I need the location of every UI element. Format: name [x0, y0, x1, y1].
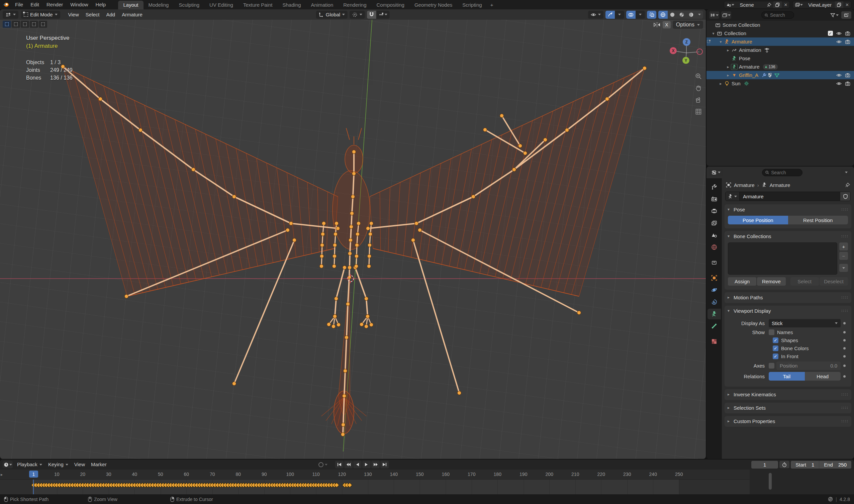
timeline-scrollbar[interactable]: [769, 473, 772, 490]
outliner-filter-view-layer-dropdown[interactable]: [721, 11, 731, 19]
menu-help[interactable]: Help: [92, 0, 110, 10]
transform-orientation-dropdown[interactable]: Global: [316, 11, 348, 19]
hide-eye-toggle[interactable]: [835, 39, 843, 44]
assign-button[interactable]: Assign: [728, 277, 756, 286]
render-visibility-toggle[interactable]: [843, 81, 852, 86]
shading-wireframe-button[interactable]: [658, 11, 668, 19]
current-frame-field[interactable]: 1: [751, 461, 778, 469]
drag-handle[interactable]: [841, 393, 848, 396]
timeline-ruler[interactable]: 1020304050607080901001101201301401501601…: [0, 470, 854, 480]
select-intersect-button[interactable]: [39, 21, 47, 28]
blender-logo-icon[interactable]: [0, 2, 11, 7]
outliner-row-armature-object[interactable]: ▾ Armature: [707, 37, 854, 46]
new-scene-button[interactable]: [773, 1, 782, 8]
scene-name[interactable]: Scene: [736, 2, 765, 8]
tab-object[interactable]: [708, 273, 721, 283]
tab-sculpting[interactable]: Sculpting: [174, 1, 204, 10]
expander-icon[interactable]: ▸: [725, 73, 731, 77]
outliner-search-input[interactable]: [770, 12, 791, 18]
gizmo-x-axis[interactable]: X: [670, 47, 677, 54]
axes-position-field[interactable]: Position 0.0: [777, 362, 841, 370]
use-preview-range-toggle[interactable]: [779, 461, 789, 468]
remove-button[interactable]: Remove: [757, 277, 785, 286]
names-checkbox[interactable]: [769, 329, 775, 335]
exclude-checkbox[interactable]: ✓: [826, 31, 835, 36]
tab-uv-editing[interactable]: UV Editing: [204, 1, 238, 10]
outliner-row-animation[interactable]: ▸ Animation: [707, 46, 854, 54]
menu-edit[interactable]: Edit: [27, 0, 43, 10]
hide-eye-toggle[interactable]: [835, 31, 843, 36]
tab-world[interactable]: [708, 242, 721, 252]
outliner-row-pose[interactable]: Pose: [707, 54, 854, 62]
overlays-dropdown[interactable]: [636, 11, 645, 19]
drag-handle[interactable]: [841, 208, 848, 211]
animate-dot[interactable]: [841, 322, 848, 324]
shading-material-button[interactable]: [677, 11, 687, 19]
render-visibility-toggle[interactable]: [843, 73, 852, 78]
play-button[interactable]: [362, 461, 371, 468]
tab-texture[interactable]: [708, 336, 721, 347]
datablock-name-input[interactable]: Armature: [740, 194, 840, 199]
remove-view-layer-button[interactable]: ✕: [843, 1, 851, 8]
menu-file[interactable]: File: [11, 0, 27, 10]
bone-colors-checkbox[interactable]: ✓: [773, 345, 778, 351]
end-frame-field[interactable]: End: [819, 462, 836, 468]
shading-dropdown[interactable]: [696, 11, 703, 19]
tab-bone[interactable]: [708, 321, 721, 331]
hide-eye-toggle[interactable]: [835, 81, 843, 86]
zoom-view-icon[interactable]: [695, 73, 702, 79]
gizmo-x-negative[interactable]: [696, 49, 703, 55]
expander-icon[interactable]: ▸: [725, 48, 731, 53]
render-visibility-toggle[interactable]: [843, 39, 852, 44]
menu-add[interactable]: Add: [103, 11, 119, 19]
new-collection-button[interactable]: [841, 11, 851, 19]
drag-handle[interactable]: [841, 420, 848, 423]
timeline-editor-type-button[interactable]: [3, 461, 13, 468]
unlink-scene-button[interactable]: ✕: [782, 1, 789, 8]
select-extend-button[interactable]: [12, 21, 20, 28]
bone-collections-list[interactable]: [728, 242, 837, 274]
section-custom-properties-header[interactable]: ▸Custom Properties: [725, 416, 851, 426]
outliner-filter-dropdown[interactable]: [829, 11, 839, 19]
editor-type-button[interactable]: [3, 11, 18, 19]
tab-object-constraints[interactable]: [708, 296, 721, 307]
animate-dot[interactable]: [841, 375, 848, 378]
add-bone-collection-button[interactable]: +: [839, 242, 848, 251]
play-reverse-button[interactable]: [353, 461, 361, 468]
relations-tail-button[interactable]: Tail: [769, 372, 805, 381]
bone-collections-specials-dropdown[interactable]: [839, 264, 848, 272]
playhead-line[interactable]: [33, 480, 34, 494]
gizmo-z-axis[interactable]: Z: [683, 38, 690, 46]
datablock-browse-button[interactable]: [726, 192, 740, 201]
drag-handle[interactable]: [841, 406, 848, 409]
animate-dot[interactable]: [841, 355, 848, 358]
show-overlays-toggle[interactable]: [626, 11, 636, 19]
render-visibility-toggle[interactable]: [843, 31, 852, 36]
drag-handle[interactable]: [841, 296, 848, 299]
rest-position-button[interactable]: Rest Position: [788, 216, 848, 224]
tab-output[interactable]: [708, 206, 721, 216]
expander-icon[interactable]: ▸: [725, 65, 731, 69]
select-button[interactable]: Select: [790, 277, 819, 286]
tab-geometry-nodes[interactable]: Geometry Nodes: [409, 1, 457, 10]
shapes-checkbox[interactable]: ✓: [773, 338, 778, 343]
breadcrumb-object[interactable]: Armature: [734, 182, 755, 188]
menu-marker[interactable]: Marker: [88, 461, 110, 469]
menu-render[interactable]: Render: [43, 0, 67, 10]
add-workspace-button[interactable]: +: [487, 1, 497, 10]
section-selection-sets-header[interactable]: ▸Selection Sets: [725, 403, 851, 413]
outliner-row-sun[interactable]: ▸ Sun: [707, 79, 854, 88]
jump-to-end-button[interactable]: [380, 461, 389, 468]
3d-viewport[interactable]: Edit Mode View Select Add Armature Globa…: [0, 10, 706, 459]
menu-select[interactable]: Select: [82, 11, 103, 19]
animate-dot[interactable]: [841, 364, 848, 367]
drag-handle[interactable]: [841, 235, 848, 238]
mode-selector[interactable]: Edit Mode: [21, 11, 60, 19]
tab-tool[interactable]: [708, 182, 721, 192]
menu-armature[interactable]: Armature: [119, 11, 146, 19]
properties-options-dropdown[interactable]: [841, 169, 851, 176]
select-subtract-button[interactable]: [21, 21, 29, 28]
next-keyframe-button[interactable]: [371, 461, 380, 468]
properties-editor-type-button[interactable]: [709, 169, 723, 176]
expander-icon[interactable]: ▾: [718, 39, 724, 44]
